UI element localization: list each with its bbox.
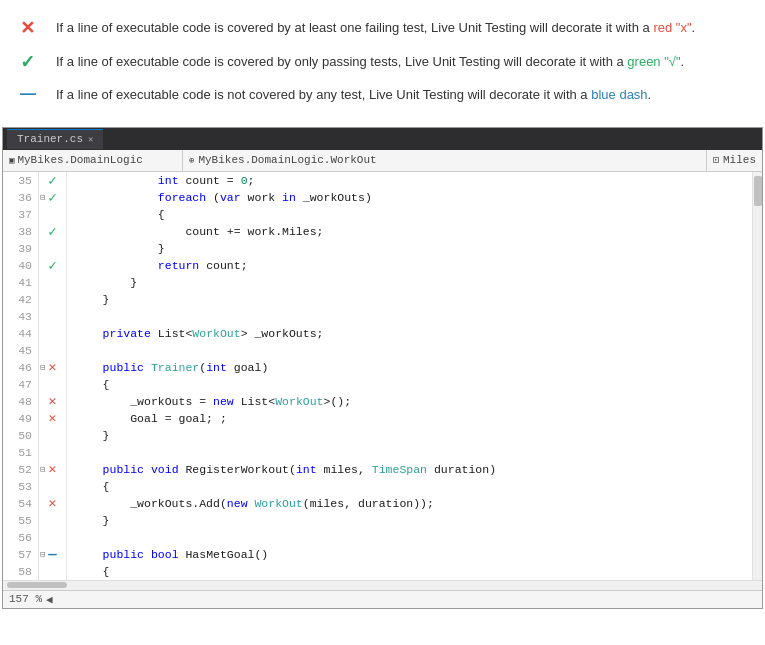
info-text-check: If a line of executable code is covered …	[56, 52, 684, 72]
gutter-x-icon: ✕	[49, 495, 57, 511]
code-line	[75, 529, 752, 546]
code-line	[75, 342, 752, 359]
line-number: 45	[7, 342, 32, 359]
gutter-row: ✕	[39, 495, 66, 512]
gutter-row	[39, 478, 66, 495]
line-number: 46	[7, 359, 32, 376]
expand-icon[interactable]: ⊟	[40, 464, 45, 475]
expand-icon[interactable]: ⊟	[40, 192, 45, 203]
line-number: 56	[7, 529, 32, 546]
scrollbar-vertical[interactable]	[752, 172, 762, 580]
gutter-row	[39, 512, 66, 529]
code-line: }	[75, 274, 752, 291]
info-row-x: ✕ If a line of executable code is covere…	[20, 18, 745, 38]
zoom-level: 157 %	[9, 593, 42, 605]
code-line: foreach (var work in _workOuts)	[75, 189, 752, 206]
code-line	[75, 444, 752, 461]
gutter-x-icon: ✕	[49, 461, 57, 477]
code-line: count += work.Miles;	[75, 223, 752, 240]
line-number: 38	[7, 223, 32, 240]
toolbar-left-label: MyBikes.DomainLogic	[17, 154, 142, 166]
code-line: public void RegisterWorkout(int miles, T…	[75, 461, 752, 478]
info-text-dash: If a line of executable code is not cove…	[56, 85, 651, 105]
code-line: _workOuts = new List<WorkOut>();	[75, 393, 752, 410]
toolbar-member[interactable]: ⊡ Miles	[707, 150, 762, 171]
gutter-x-icon: ✕	[49, 410, 57, 426]
line-number: 52	[7, 461, 32, 478]
editor-body: 3536373839404142434445464748495051525354…	[3, 172, 762, 580]
expand-icon[interactable]: ⊟	[40, 362, 45, 373]
line-number: 50	[7, 427, 32, 444]
x-icon: ✕	[20, 19, 42, 37]
gutter-row	[39, 444, 66, 461]
gutter-row: ⊟✕	[39, 359, 66, 376]
gutter-row: ⊟—	[39, 546, 66, 563]
gutter-row	[39, 563, 66, 580]
gutter-row	[39, 206, 66, 223]
gutter-row	[39, 342, 66, 359]
line-number: 37	[7, 206, 32, 223]
gutter-row: ⊟✓	[39, 189, 66, 206]
code-area[interactable]: int count = 0; foreach (var work in _wor…	[67, 172, 752, 580]
line-number: 58	[7, 563, 32, 580]
line-number: 36	[7, 189, 32, 206]
toolbar-right-label: Miles	[723, 154, 756, 166]
gutter-row	[39, 325, 66, 342]
expand-icon[interactable]: ⊟	[40, 549, 45, 560]
code-line: {	[75, 563, 752, 580]
code-line: return count;	[75, 257, 752, 274]
gutter-check-icon: ✓	[48, 189, 56, 206]
tab-label: Trainer.cs	[17, 133, 83, 145]
scroll-icon: ◀	[46, 593, 53, 606]
code-line: {	[75, 206, 752, 223]
scrollbar-horizontal[interactable]	[3, 580, 762, 590]
line-number: 42	[7, 291, 32, 308]
line-numbers: 3536373839404142434445464748495051525354…	[3, 172, 39, 580]
line-number: 43	[7, 308, 32, 325]
editor-toolbar: ▣ MyBikes.DomainLogic ⊕ MyBikes.DomainLo…	[3, 150, 762, 172]
line-number: 40	[7, 257, 32, 274]
line-number: 44	[7, 325, 32, 342]
line-number: 41	[7, 274, 32, 291]
method-icon: ⊕	[189, 155, 194, 166]
code-line: int count = 0;	[75, 172, 752, 189]
member-icon: ⊡	[713, 154, 719, 166]
gutter-row	[39, 308, 66, 325]
gutter-row	[39, 376, 66, 393]
info-row-check: ✓ If a line of executable code is covere…	[20, 52, 745, 72]
check-icon: ✓	[20, 53, 42, 71]
gutter-row: ✓	[39, 257, 66, 274]
code-line: }	[75, 427, 752, 444]
gutter-row	[39, 291, 66, 308]
gutter-x-icon: ✕	[49, 393, 57, 409]
gutter-row	[39, 427, 66, 444]
editor-footer: 157 % ◀	[3, 590, 762, 608]
code-line: private List<WorkOut> _workOuts;	[75, 325, 752, 342]
gutter-row	[39, 529, 66, 546]
line-number: 53	[7, 478, 32, 495]
gutter-dash-icon: —	[48, 546, 56, 562]
line-number: 35	[7, 172, 32, 189]
scroll-thumb[interactable]	[7, 582, 67, 588]
line-number: 55	[7, 512, 32, 529]
line-number: 39	[7, 240, 32, 257]
gutter: ✓⊟✓✓✓⊟✕✕✕⊟✕✕⊟—	[39, 172, 67, 580]
code-line: public bool HasMetGoal()	[75, 546, 752, 563]
gutter-row: ✓	[39, 223, 66, 240]
toolbar-namespace[interactable]: ▣ MyBikes.DomainLogic	[3, 150, 183, 171]
gutter-row	[39, 274, 66, 291]
line-number: 49	[7, 410, 32, 427]
toolbar-method[interactable]: ⊕ MyBikes.DomainLogic.WorkOut	[183, 150, 707, 171]
editor-tabs: Trainer.cs ✕	[3, 128, 762, 150]
code-line: public Trainer(int goal)	[75, 359, 752, 376]
gutter-row: ✓	[39, 172, 66, 189]
code-line: Goal = goal; ;	[75, 410, 752, 427]
editor: Trainer.cs ✕ ▣ MyBikes.DomainLogic ⊕ MyB…	[2, 127, 763, 609]
gutter-row: ✕	[39, 410, 66, 427]
info-text-x: If a line of executable code is covered …	[56, 18, 695, 38]
line-number: 48	[7, 393, 32, 410]
tab-icon-close: ✕	[88, 134, 93, 145]
tab-trainer-cs[interactable]: Trainer.cs ✕	[7, 129, 103, 149]
gutter-row: ⊟✕	[39, 461, 66, 478]
info-section: ✕ If a line of executable code is covere…	[0, 0, 765, 127]
